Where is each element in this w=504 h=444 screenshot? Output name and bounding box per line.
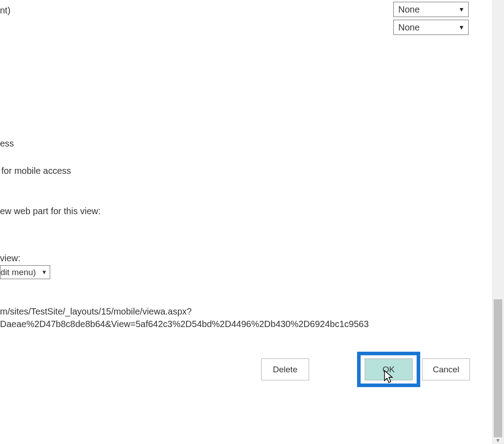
scrollbar-thumb[interactable] bbox=[494, 299, 502, 437]
cancel-button[interactable]: Cancel bbox=[422, 358, 470, 380]
edit-menu-select-value: dit menu) bbox=[0, 267, 36, 277]
sort-column-select-2-value: None bbox=[398, 22, 420, 33]
mobile-url-line-2: Daeae%2D47b8c8de8b64&View=5af642c3%2D54b… bbox=[0, 319, 369, 329]
sort-column-select-1-value: None bbox=[398, 4, 420, 15]
label-web-part: ew web part for this view: bbox=[0, 206, 101, 216]
label-this-view: view: bbox=[0, 253, 21, 263]
fragment-nt: nt) bbox=[0, 5, 10, 16]
ok-button-highlight: OK bbox=[357, 352, 420, 387]
mobile-url-line-1: m/sites/TestSite/_layouts/15/mobile/view… bbox=[0, 306, 192, 317]
view-settings-page: nt) None ▼ None ▼ ess for mobile access … bbox=[0, 0, 492, 444]
chevron-down-icon: ▼ bbox=[41, 269, 47, 276]
fragment-ess: ess bbox=[0, 138, 14, 149]
sort-column-select-2[interactable]: None ▼ bbox=[393, 20, 469, 35]
sort-column-select-1[interactable]: None ▼ bbox=[393, 2, 469, 17]
ok-button[interactable]: OK bbox=[365, 358, 413, 380]
chevron-down-icon: ▼ bbox=[458, 6, 465, 13]
chevron-down-icon: ▼ bbox=[458, 24, 465, 31]
delete-button[interactable]: Delete bbox=[261, 358, 309, 380]
edit-menu-select[interactable]: dit menu) ▼ bbox=[0, 265, 50, 279]
dialog-button-row: Delete OK Cancel bbox=[0, 358, 470, 381]
scrollbar-down-arrow-icon[interactable]: ▼ bbox=[494, 438, 502, 443]
label-mobile-access: for mobile access bbox=[1, 166, 71, 176]
